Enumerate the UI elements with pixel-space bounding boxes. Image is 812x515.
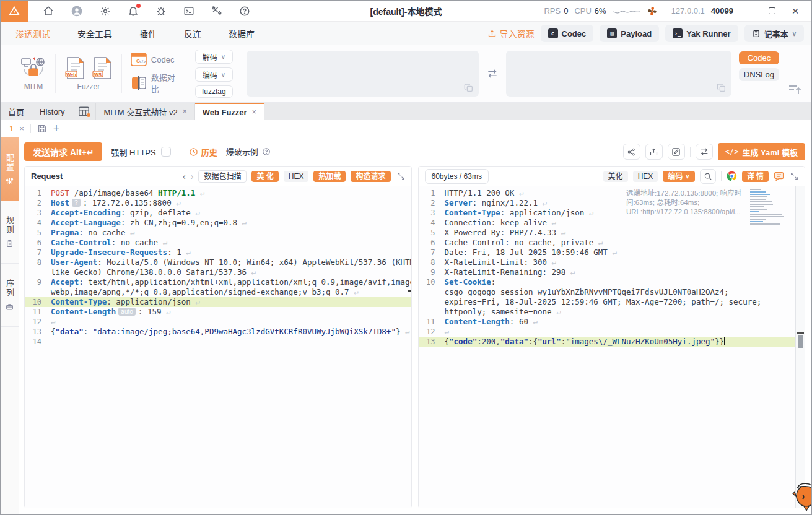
close-tab-icon[interactable]: × — [183, 107, 187, 116]
code-line[interactable]: 8User-Agent: Mozilla/5.0 (Windows NT 10.… — [25, 258, 411, 267]
comment-icon[interactable] — [774, 171, 784, 181]
add-subtab-icon[interactable]: + — [53, 122, 60, 135]
minimap[interactable] — [750, 189, 785, 226]
code-line[interactable]: 4Connection: keep-alive ↵ — [419, 218, 805, 228]
web-fuzzer-icon[interactable]: Web — [64, 56, 85, 80]
encode-dropdown[interactable]: 编码∨ — [195, 67, 233, 82]
hex-button[interactable]: HEX — [284, 171, 309, 182]
swap-arrows-icon[interactable] — [479, 68, 506, 79]
code-line[interactable]: 12↵ — [419, 327, 805, 337]
code-line[interactable]: 2Host?: 172.72.0.135:8800 ↵ — [25, 198, 411, 208]
menu-item-plugins[interactable]: 插件 — [139, 27, 157, 40]
code-line[interactable]: csgo_gogogo_session=wy1uYbXnZbRNvvMPTQqe… — [419, 287, 805, 297]
detail-button[interactable]: 详 情 — [742, 171, 769, 182]
prev-arrow-icon[interactable]: ‹ — [183, 171, 186, 181]
share-button[interactable] — [623, 144, 640, 160]
question-circle-icon[interactable] — [262, 147, 271, 156]
menu-item-pentest[interactable]: 渗透测试 — [15, 27, 50, 40]
response-editor[interactable]: 远端地址:172.72.0.135:8800; 响应时间:63ms; 总耗时:6… — [419, 186, 805, 508]
code-line[interactable]: 5X-Powered-By: PHP/7.4.33 ↵ — [419, 228, 805, 238]
code-line[interactable]: 1HTTP/1.1 200 OK ↵ — [419, 188, 805, 198]
websocket-fuzzer-icon[interactable]: WS — [92, 56, 113, 80]
beautify-button[interactable]: 美化 — [603, 171, 628, 182]
fullscreen-icon[interactable] — [790, 172, 798, 180]
data-compare-entry[interactable]: 数据对比 — [131, 71, 179, 95]
code-line[interactable]: 7Date: Fri, 18 Jul 2025 10:59:46 GMT ↵ — [419, 248, 805, 258]
generate-yaml-button[interactable]: </> 生成 Yaml 模板 — [718, 143, 805, 160]
code-line[interactable]: 9Accept: text/html,application/xhtml+xml… — [25, 277, 411, 287]
code-line[interactable]: 13{"code":200,"data":{"url":"images\/_WL… — [419, 337, 805, 347]
dnslog-button[interactable]: DNSLog — [739, 68, 779, 81]
close-tab-icon[interactable]: × — [252, 108, 256, 116]
side-tab-config[interactable]: 配置 — [1, 137, 19, 201]
close-subtab-icon[interactable]: × — [19, 124, 24, 133]
code-line[interactable]: 12↵ — [25, 317, 411, 327]
decode-dropdown[interactable]: 解码∨ — [195, 50, 233, 64]
hot-reload-button[interactable]: 热加载 — [313, 171, 346, 182]
tab-history-table[interactable] — [72, 103, 96, 120]
codec-tool-button[interactable]: cCodec — [541, 25, 594, 42]
export-button[interactable] — [645, 144, 663, 160]
minimize-button[interactable] — [740, 4, 757, 18]
home-icon[interactable] — [43, 6, 54, 17]
notifications-bell-icon[interactable] — [128, 6, 139, 17]
codec-output-textarea[interactable] — [506, 51, 731, 97]
packet-scan-button[interactable]: 数据包扫描 — [198, 170, 247, 183]
edit-button[interactable] — [668, 144, 685, 160]
copy-icon[interactable] — [464, 83, 474, 93]
import-resource-button[interactable]: 导入资源 — [487, 27, 535, 40]
codec-input-textarea[interactable] — [247, 51, 479, 97]
code-line[interactable]: httponly; samesite=none ↵ — [419, 307, 805, 317]
code-line[interactable]: 14 — [25, 337, 411, 347]
code-line[interactable]: 11Content-Length: 60 ↵ — [419, 317, 805, 327]
code-line[interactable]: 2Server: nginx/1.22.1 ↵ — [419, 198, 805, 208]
notepad-button[interactable]: 记事本∨ — [744, 25, 804, 42]
code-line[interactable]: 1POST /api/image/base64 HTTP/1.1 ↵ — [25, 188, 411, 198]
tab-web-fuzzer[interactable]: Web Fuzzer× — [195, 103, 264, 120]
code-line[interactable]: 13{"data": "data:image/jpeg;base64,PD9wa… — [25, 327, 411, 337]
code-line[interactable]: 3Content-Type: application/json ↵ — [419, 208, 805, 218]
chrome-browser-icon[interactable] — [727, 171, 737, 181]
code-line[interactable]: 7Upgrade-Insecure-Requests: 1 ↵ — [25, 248, 411, 258]
user-avatar-icon[interactable] — [71, 5, 83, 17]
close-button[interactable]: × — [787, 4, 804, 18]
code-line[interactable]: 5Pragma: no-cache ↵ — [25, 228, 411, 238]
code-line[interactable]: webp,image/apng,*/*;q=0.8,application/si… — [25, 287, 411, 297]
codec-run-button[interactable]: Codec — [739, 51, 779, 64]
copy-icon[interactable] — [717, 83, 727, 93]
code-line[interactable]: 4Accept-Language: zh-CN,zh;q=0.9,en;q=0.… — [25, 218, 411, 228]
beautify-button[interactable]: 美 化 — [251, 171, 278, 182]
terminal-console-icon[interactable] — [183, 6, 194, 17]
code-line[interactable]: 8X-RateLimit-Limit: 300 ↵ — [419, 258, 805, 267]
yak-runner-button[interactable]: ›_Yak Runner — [665, 25, 738, 42]
menu-item-reverse-conn[interactable]: 反连 — [184, 27, 201, 40]
code-line[interactable]: 6Cache-Control: no-cache ↵ — [25, 238, 411, 248]
app-logo-icon[interactable] — [1, 1, 28, 22]
encode-dropdown-button[interactable]: 编码∨ — [663, 171, 694, 182]
menu-item-database[interactable]: 数据库 — [229, 27, 255, 40]
settings-gear-icon[interactable] — [100, 6, 111, 17]
code-line[interactable]: like Gecko) Chrome/138.0.0.0 Safari/537.… — [25, 267, 411, 277]
construct-request-button[interactable]: 构造请求 — [351, 171, 390, 182]
pinwheel-icon[interactable] — [646, 5, 658, 17]
hex-button[interactable]: HEX — [633, 171, 658, 182]
force-https-checkbox[interactable] — [161, 147, 171, 157]
fuzztag-button[interactable]: fuzztag — [195, 85, 233, 98]
code-line[interactable]: 6Cache-Control: no-cache, private ↵ — [419, 238, 805, 248]
send-request-button[interactable]: 发送请求 Alt+↵ — [24, 142, 102, 161]
search-button[interactable] — [700, 169, 716, 184]
switch-layout-button[interactable] — [696, 144, 713, 160]
code-line[interactable]: 11Content-Lengthauto: 159 ↵ — [25, 307, 411, 317]
codec-entry[interactable]: C</> Codec — [131, 53, 179, 66]
tab-home[interactable]: 首页 — [1, 103, 32, 120]
request-editor[interactable]: 1POST /api/image/base64 HTTP/1.1 ↵2Host?… — [25, 186, 411, 508]
payload-button[interactable]: ▤Payload — [600, 25, 659, 42]
mitm-entry[interactable]: MITM — [12, 56, 55, 91]
send-to-top-icon[interactable] — [788, 84, 803, 96]
code-line[interactable]: 10Content-Type: application/json ↵ — [25, 297, 411, 307]
blast-example-link[interactable]: 爆破示例 — [226, 145, 258, 158]
side-tab-rules[interactable]: 规则 — [1, 201, 19, 264]
code-line[interactable]: 3Accept-Encoding: gzip, deflate ↵ — [25, 208, 411, 218]
help-icon[interactable] — [239, 6, 250, 17]
fuzzer-subtab-1[interactable]: 1× — [9, 124, 24, 133]
